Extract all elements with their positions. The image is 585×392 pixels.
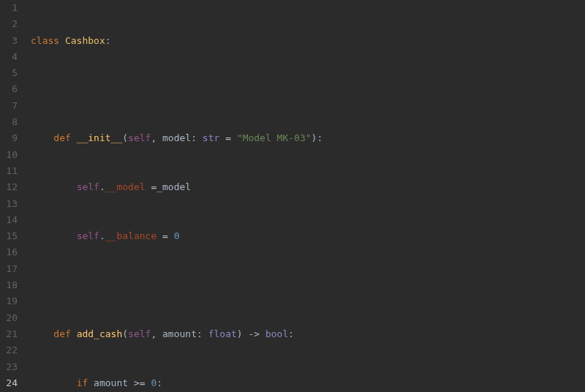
line-number: 4 xyxy=(0,49,18,65)
code-editor[interactable]: 123456789101112131415161718192021222324 … xyxy=(0,0,585,392)
line-number: 23 xyxy=(0,359,18,375)
line-number: 6 xyxy=(0,81,18,97)
class-name: Cashbox xyxy=(65,35,105,46)
line-number: 12 xyxy=(0,179,18,195)
function-name: add_cash xyxy=(77,328,123,339)
code-line xyxy=(31,81,585,97)
line-number-gutter: 123456789101112131415161718192021222324 xyxy=(0,0,26,392)
line-number: 24 xyxy=(0,375,18,391)
function-name: __init__ xyxy=(77,132,123,143)
line-number: 7 xyxy=(0,98,18,114)
line-number: 15 xyxy=(0,228,18,244)
line-number: 22 xyxy=(0,342,18,358)
line-number: 19 xyxy=(0,293,18,309)
line-number: 21 xyxy=(0,326,18,342)
line-number: 3 xyxy=(0,33,18,49)
code-line: class Cashbox: xyxy=(31,33,585,49)
code-line xyxy=(31,277,585,293)
line-number: 9 xyxy=(0,130,18,146)
code-line: if amount >= 0: xyxy=(31,375,585,391)
code-line: def __init__(self, model: str = "Model M… xyxy=(31,130,585,146)
line-number: 18 xyxy=(0,277,18,293)
line-number: 1 xyxy=(0,0,18,16)
line-number: 8 xyxy=(0,114,18,130)
string-literal: "Model MK-03" xyxy=(237,132,312,143)
line-number: 2 xyxy=(0,16,18,32)
line-number: 16 xyxy=(0,244,18,260)
code-line: self.__balance = 0 xyxy=(31,228,585,244)
line-number: 11 xyxy=(0,163,18,179)
line-number: 20 xyxy=(0,310,18,326)
keyword-class: class xyxy=(31,35,59,46)
line-number: 5 xyxy=(0,65,18,81)
line-number: 17 xyxy=(0,261,18,277)
line-number: 10 xyxy=(0,147,18,163)
code-area[interactable]: class Cashbox: def __init__(self, model:… xyxy=(26,0,585,392)
code-line: self.__model =_model xyxy=(31,179,585,195)
code-line: def add_cash(self, amount: float) -> boo… xyxy=(31,326,585,342)
line-number: 14 xyxy=(0,212,18,228)
line-number: 13 xyxy=(0,196,18,212)
